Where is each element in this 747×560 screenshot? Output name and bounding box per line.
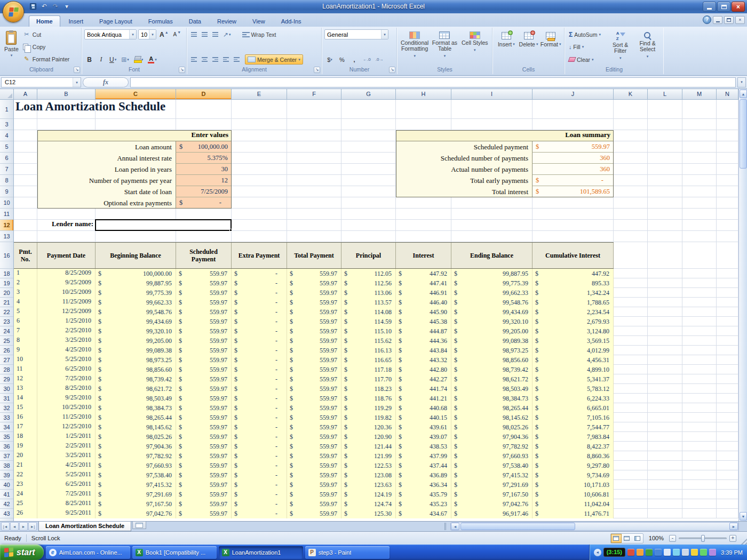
merge-center-button[interactable]: Merge & Center▾ (245, 54, 303, 65)
cell[interactable]: $- (232, 470, 287, 480)
cell[interactable]: $440.15 (396, 413, 451, 422)
loan-summary-box-value-4[interactable]: $- (532, 175, 613, 186)
cell[interactable]: $559.97 (176, 317, 232, 326)
cell[interactable]: $- (232, 288, 287, 298)
cell[interactable]: $559.97 (176, 432, 232, 442)
comma-style-button[interactable]: , (349, 54, 360, 65)
zoom-slider[interactable]: - + (669, 535, 736, 542)
tray-icon-printer[interactable] (682, 549, 689, 556)
vertical-scroll-thumb[interactable] (740, 99, 747, 169)
cell[interactable]: $559.97 (176, 336, 232, 346)
select-all-corner[interactable] (0, 89, 14, 99)
page-layout-view-button[interactable] (622, 534, 632, 543)
cell[interactable]: $96,917.46 (451, 509, 533, 518)
workbook-restore-button[interactable] (724, 16, 734, 24)
normal-view-button[interactable] (611, 534, 622, 543)
grow-font-button[interactable]: A▲ (158, 29, 170, 39)
maximize-button[interactable] (717, 2, 730, 12)
cell[interactable]: $559.97 (176, 326, 232, 336)
sort-filter-button[interactable]: AZSort & Filter▾ (607, 29, 634, 65)
cell[interactable]: $1,788.65 (533, 298, 614, 307)
cell[interactable]: $447.92 (533, 269, 614, 278)
cell[interactable]: $437.99 (396, 451, 451, 461)
cell[interactable]: $98,856.60 (451, 355, 533, 365)
cell[interactable]: $99,205.00 (451, 326, 533, 336)
cell[interactable]: 10/25/2009 (37, 288, 96, 298)
column-header-F[interactable]: F (287, 89, 341, 99)
cell-styles-button[interactable]: Cell Styles▾ (460, 29, 490, 65)
cell[interactable]: $125.30 (341, 509, 396, 518)
row-header-1[interactable]: 1 (0, 100, 13, 119)
paste-button[interactable]: Paste ▾ (4, 29, 19, 65)
cell[interactable]: 22 (14, 470, 37, 480)
hide-inactive-icons-button[interactable]: ◂ (594, 549, 601, 556)
cell[interactable]: $98,739.42 (451, 365, 533, 374)
cell[interactable]: $99,662.33 (96, 298, 176, 307)
cell[interactable]: $119.29 (341, 403, 396, 413)
font-dialog-launcher[interactable]: ↘ (179, 67, 185, 73)
cell[interactable]: $112.05 (341, 269, 396, 278)
cell[interactable]: 7/25/2010 (37, 374, 96, 384)
cell[interactable]: $- (232, 355, 287, 365)
cell[interactable]: 8/25/2010 (37, 384, 96, 394)
ribbon-tab-page-layout[interactable]: Page Layout (92, 15, 140, 27)
taskbar-button-4[interactable]: Pstep3 - Paint (305, 546, 390, 559)
cell[interactable]: 8/25/2009 (37, 269, 96, 278)
enter-values-box-value-1[interactable]: $100,000.00 (176, 141, 231, 153)
tray-icon-battery[interactable] (709, 549, 716, 556)
cell[interactable]: $97,415.32 (96, 480, 176, 490)
horizontal-scrollbar[interactable]: ◄ ► (450, 522, 738, 531)
cell[interactable]: $559.97 (176, 490, 232, 499)
cell[interactable]: 3/25/2010 (37, 336, 96, 346)
cell[interactable]: $98,025.26 (96, 432, 176, 442)
cell[interactable]: $99,887.95 (451, 269, 533, 278)
cell[interactable]: $113.57 (341, 298, 396, 307)
cell[interactable]: $442.80 (396, 365, 451, 374)
cell[interactable]: 9/25/2010 (37, 394, 96, 403)
align-left-button[interactable] (189, 55, 198, 64)
cell[interactable]: $442.27 (396, 374, 451, 384)
ribbon-tab-view[interactable]: View (245, 15, 273, 27)
cell[interactable]: $99,320.10 (451, 317, 533, 326)
cell[interactable]: $559.97 (176, 288, 232, 298)
cell[interactable]: $443.84 (396, 346, 451, 355)
cell[interactable]: $97,538.40 (451, 461, 533, 470)
cell[interactable]: 9 (14, 346, 37, 355)
loan-summary-box-value-2[interactable]: 360 (532, 153, 613, 164)
cell[interactable]: $- (232, 490, 287, 499)
cell[interactable]: $559.97 (287, 403, 341, 413)
column-header-J[interactable]: J (533, 89, 614, 99)
cell[interactable]: $559.97 (176, 307, 232, 317)
cell[interactable]: $124.19 (341, 490, 396, 499)
taskbar-button-1[interactable]: eAimLoan.com - Online... (46, 546, 130, 559)
cell[interactable]: $559.97 (287, 307, 341, 317)
scroll-up-button[interactable]: ▲ (740, 90, 747, 98)
cell[interactable]: $98,856.60 (96, 365, 176, 374)
row-header-43[interactable]: 43 (0, 509, 13, 518)
cell[interactable]: $443.32 (396, 355, 451, 365)
orientation-button[interactable]: ↗▾ (221, 29, 233, 39)
cell[interactable]: $98,621.72 (96, 384, 176, 394)
cell[interactable]: 6/25/2011 (37, 480, 96, 490)
cell[interactable]: $10,171.03 (533, 480, 614, 490)
cell[interactable]: $446.40 (396, 298, 451, 307)
cell[interactable]: $99,205.00 (96, 336, 176, 346)
cell[interactable]: $117.70 (341, 374, 396, 384)
font-color-button[interactable]: A▾ (146, 54, 158, 65)
ribbon-tab-insert[interactable]: Insert (61, 15, 91, 27)
cell[interactable]: $- (232, 336, 287, 346)
cell[interactable]: $100,000.00 (96, 269, 176, 278)
cell[interactable]: $559.97 (176, 461, 232, 470)
cell[interactable]: $559.97 (287, 394, 341, 403)
cell[interactable]: 11 (14, 365, 37, 374)
page-break-view-button[interactable] (632, 534, 643, 543)
tray-icon-messenger[interactable] (700, 549, 707, 556)
fill-button[interactable]: ↓Fill▾ (567, 42, 607, 52)
cell[interactable]: $438.53 (396, 442, 451, 451)
cell[interactable]: $435.79 (396, 490, 451, 499)
cell[interactable]: $435.23 (396, 499, 451, 509)
fill-color-button[interactable]: ▾ (132, 54, 145, 65)
underline-button[interactable]: U▾ (108, 54, 118, 65)
row-header-28[interactable]: 28 (0, 365, 13, 374)
cell[interactable]: 17 (14, 422, 37, 432)
